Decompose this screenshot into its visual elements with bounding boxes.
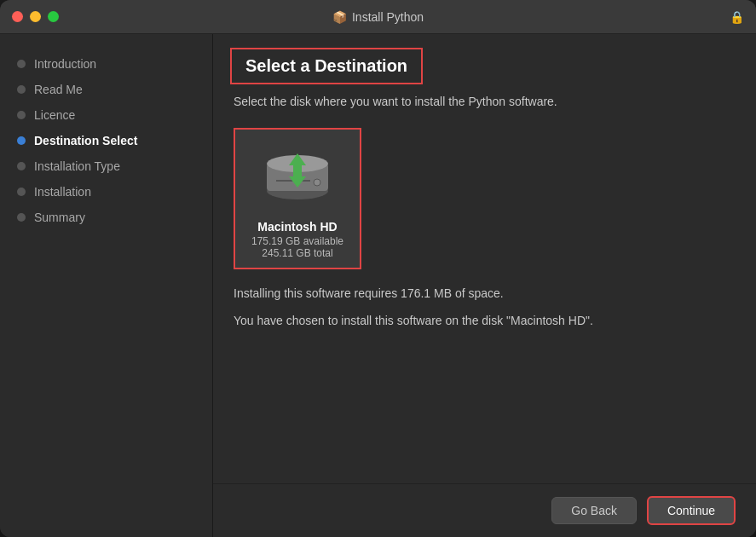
sidebar-label-introduction: Introduction xyxy=(34,57,96,71)
disk-icon-wrapper xyxy=(259,138,336,215)
disk-icon xyxy=(259,138,336,215)
sidebar-label-destination-select: Destination Select xyxy=(34,134,137,147)
sidebar: Introduction Read Me Licence Destination… xyxy=(0,34,213,537)
sidebar-item-licence[interactable]: Licence xyxy=(0,102,212,128)
sidebar-item-introduction[interactable]: Introduction xyxy=(0,51,212,77)
sidebar-item-destination-select[interactable]: Destination Select xyxy=(0,128,212,153)
sidebar-dot-installation xyxy=(17,188,26,196)
traffic-lights xyxy=(12,11,59,22)
main-content: Introduction Read Me Licence Destination… xyxy=(0,34,756,537)
space-info-text: Installing this software requires 176.1 … xyxy=(234,286,736,300)
sidebar-item-installation[interactable]: Installation xyxy=(0,179,212,205)
chosen-disk-info: You have chosen to install this software… xyxy=(234,312,736,330)
description-text: Select the disk where you want to instal… xyxy=(234,93,736,111)
sidebar-label-licence: Licence xyxy=(34,108,75,122)
installer-window: 📦 Install Python 🔒 Introduction Read Me … xyxy=(0,0,756,537)
sidebar-dot-introduction xyxy=(17,60,26,68)
sidebar-dot-licence xyxy=(17,111,26,119)
window-title: 📦 Install Python xyxy=(332,10,424,24)
sidebar-label-installation: Installation xyxy=(34,185,91,199)
sidebar-label-summary: Summary xyxy=(34,211,85,224)
panel-header: Select a Destination xyxy=(230,48,423,84)
sidebar-dot-installation-type xyxy=(17,162,26,170)
footer: Go Back Continue xyxy=(213,483,756,537)
go-back-button[interactable]: Go Back xyxy=(551,497,637,524)
lock-icon: 🔒 xyxy=(730,10,744,24)
continue-button[interactable]: Continue xyxy=(647,496,736,525)
right-panel: Select a Destination Select the disk whe… xyxy=(213,34,756,537)
svg-point-4 xyxy=(314,179,320,186)
sidebar-dot-destination-select xyxy=(17,136,26,145)
sidebar-item-installation-type[interactable]: Installation Type xyxy=(0,153,212,179)
disk-name: Macintosh HD xyxy=(244,220,351,234)
disk-available: 175.19 GB available xyxy=(244,235,351,247)
title-bar: 📦 Install Python 🔒 xyxy=(0,0,756,34)
sidebar-item-read-me[interactable]: Read Me xyxy=(0,77,212,102)
disk-option-macintosh-hd[interactable]: Macintosh HD 175.19 GB available 245.11 … xyxy=(234,128,361,269)
close-button[interactable] xyxy=(12,11,23,22)
maximize-button[interactable] xyxy=(48,11,59,22)
disk-total: 245.11 GB total xyxy=(244,247,351,259)
panel-body: Select the disk where you want to instal… xyxy=(213,93,756,483)
minimize-button[interactable] xyxy=(30,11,41,22)
title-icon: 📦 xyxy=(332,10,347,24)
sidebar-dot-read-me xyxy=(17,85,26,94)
sidebar-item-summary[interactable]: Summary xyxy=(0,205,212,230)
sidebar-dot-summary xyxy=(17,213,26,222)
sidebar-label-read-me: Read Me xyxy=(34,83,83,96)
sidebar-label-installation-type: Installation Type xyxy=(34,159,120,173)
panel-header-text: Select a Destination xyxy=(245,56,407,75)
